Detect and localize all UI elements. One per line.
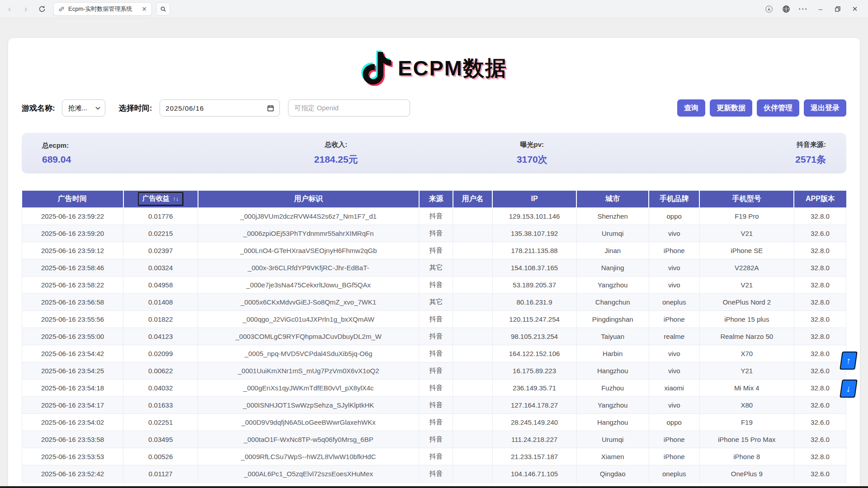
header-app-version: APP版本 xyxy=(794,191,846,207)
search-button[interactable] xyxy=(156,2,170,16)
table-cell: 32.8.0 xyxy=(794,328,846,345)
address-tab[interactable]: Ecpm-实时数据管理系统 ✕ xyxy=(53,2,152,16)
update-data-button[interactable]: 更新数据 xyxy=(710,99,752,117)
back-icon[interactable]: ‹ xyxy=(3,2,16,16)
table-cell: vivo xyxy=(649,362,699,379)
header-phone-model: 手机型号 xyxy=(699,191,794,207)
table-cell: 0.02215 xyxy=(123,225,198,242)
table-cell: 120.115.247.254 xyxy=(492,310,576,328)
table-cell xyxy=(453,448,492,465)
bottom-scrollbar[interactable] xyxy=(0,486,868,488)
table-row: 2025-06-16 23:56:580.01408_0005x6CKxMdvv… xyxy=(22,293,846,310)
table-header-row: 广告时间 广告收益 ↑↓ 用户标识 来源 用户名 IP 城市 手机品牌 xyxy=(22,191,846,207)
table-cell xyxy=(453,396,492,413)
table-cell: 2025-06-16 23:54:18 xyxy=(22,379,123,396)
table-cell: 32.8.0 xyxy=(794,345,846,362)
table-cell: 0.04958 xyxy=(123,276,198,293)
query-button[interactable]: 查询 xyxy=(677,99,705,117)
table-row: 2025-06-16 23:59:200.02215_0006zpiOEj53P… xyxy=(22,225,846,242)
game-name-label: 游戏名称: xyxy=(22,103,55,113)
table-cell: 0.04123 xyxy=(123,328,198,345)
filter-row: 游戏名称: 抢滩... 选择时间: 2025/06/16 可指定 Openid … xyxy=(8,99,860,117)
header-ad-revenue[interactable]: 广告收益 ↑↓ xyxy=(123,191,198,207)
table-cell: 2025-06-16 23:53:53 xyxy=(22,448,123,465)
table-cell: 抖音 xyxy=(419,362,453,379)
game-select-value: 抢滩... xyxy=(68,104,88,113)
window-close-icon[interactable]: ✕ xyxy=(848,2,862,16)
table-cell: X80 xyxy=(699,396,794,413)
table-cell: 32.6.0 xyxy=(794,396,846,413)
table-cell: 2025-06-16 23:56:58 xyxy=(22,293,123,310)
header-phone-brand: 手机品牌 xyxy=(649,191,699,207)
table-row: 2025-06-16 23:58:220.04958_000e7je3sNa47… xyxy=(22,276,846,293)
globe-icon[interactable] xyxy=(779,2,793,16)
table-cell: oppo xyxy=(649,413,699,431)
chevron-down-icon xyxy=(95,107,100,110)
page-background: ECPM数据 游戏名称: 抢滩... 选择时间: 2025/06/16 可指定 … xyxy=(0,18,868,488)
header-source: 来源 xyxy=(419,191,453,207)
scroll-to-top-button[interactable]: ↑ xyxy=(840,352,858,370)
tab-close-icon[interactable]: ✕ xyxy=(142,5,147,13)
scroll-to-bottom-button[interactable]: ↓ xyxy=(840,380,858,398)
table-cell xyxy=(453,276,492,293)
table-cell xyxy=(453,207,492,225)
table-row: 2025-06-16 23:55:560.01822_000qgo_J2ViGc… xyxy=(22,310,846,328)
data-table: 广告时间 广告收益 ↑↓ 用户标识 来源 用户名 IP 城市 手机品牌 xyxy=(22,191,846,483)
table-cell xyxy=(453,379,492,396)
table-cell: 32.8.0 xyxy=(794,276,846,293)
table-cell: 0.01776 xyxy=(123,207,198,225)
partner-manage-button[interactable]: 伙伴管理 xyxy=(757,99,799,117)
download-icon[interactable] xyxy=(762,2,776,16)
table-cell: 21.233.157.187 xyxy=(492,448,576,465)
table-cell: 0.00622 xyxy=(123,362,198,379)
restore-icon[interactable] xyxy=(831,2,844,16)
minimize-icon[interactable]: – xyxy=(814,2,827,16)
table-cell: 129.153.101.146 xyxy=(492,207,576,225)
logout-button[interactable]: 退出登录 xyxy=(804,99,846,117)
calendar-icon xyxy=(267,105,274,112)
table-cell xyxy=(453,328,492,345)
table-cell: Mi Mix 4 xyxy=(699,379,794,396)
table-cell: 其它 xyxy=(419,259,453,276)
table-cell: iPhone SE xyxy=(699,242,794,259)
table-cell: _000jJ8VUm2dczRVW44S2s6z7_Nm1F7_d1 xyxy=(198,207,419,225)
table-row: 2025-06-16 23:58:460.00324_000x-3r6CLRfd… xyxy=(22,259,846,276)
refresh-icon[interactable] xyxy=(35,2,49,16)
table-cell: Y21 xyxy=(699,362,794,379)
openid-input[interactable]: 可指定 Openid xyxy=(288,99,410,117)
table-cell xyxy=(453,259,492,276)
game-select[interactable]: 抢滩... xyxy=(62,99,105,117)
table-cell: _000gEnXs1qyJWKmTdfEB0vVl_pX8ylX4c xyxy=(198,379,419,396)
table-cell: 0.03495 xyxy=(123,431,198,448)
table-cell: _000x-3r6CLRfdYP9VKfjRC-Jhr-EdBaT- xyxy=(198,259,419,276)
search-icon xyxy=(160,6,166,12)
table-cell: 抖音 xyxy=(419,431,453,448)
table-cell: Urumqi xyxy=(576,225,649,242)
table-cell: realme xyxy=(649,328,699,345)
table-cell: Urumqi xyxy=(576,431,649,448)
date-input[interactable]: 2025/06/16 xyxy=(160,99,280,117)
app-logo: ECPM数据 xyxy=(8,38,860,89)
header-ad-time: 广告时间 xyxy=(22,191,123,207)
stat-exposure-pv: 曝光pv: 3170次 xyxy=(434,141,630,166)
sort-revenue-button[interactable]: 广告收益 ↑↓ xyxy=(138,192,183,206)
table-cell: 0.01408 xyxy=(123,293,198,310)
table-cell: 2025-06-16 23:54:17 xyxy=(22,396,123,413)
table-cell: oneplus xyxy=(649,293,699,310)
table-cell: 135.38.107.192 xyxy=(492,225,576,242)
table-cell: 其它 xyxy=(419,293,453,310)
table-cell: 111.24.218.227 xyxy=(492,431,576,448)
table-cell: xiaomi xyxy=(649,379,699,396)
forward-icon[interactable]: › xyxy=(19,2,33,16)
table-cell: _000ISNHJOT1SwWzpSehza_SJylKlptkHK xyxy=(198,396,419,413)
stat-total-income: 总收入: 2184.25元 xyxy=(238,141,434,166)
table-cell: 2025-06-16 23:58:22 xyxy=(22,276,123,293)
menu-icon[interactable]: ··· xyxy=(797,2,810,16)
table-cell: F19 xyxy=(699,413,794,431)
table-body: 2025-06-16 23:59:220.01776_000jJ8VUm2dcz… xyxy=(22,207,846,482)
table-cell xyxy=(453,242,492,259)
date-value: 2025/06/16 xyxy=(165,104,204,112)
stat-total-ecpm: 总ecpm: 689.04 xyxy=(42,141,238,165)
browser-bar: ‹ › Ecpm-实时数据管理系统 ✕ ··· – xyxy=(0,0,868,18)
table-cell: _0003COMLgC9RYFQhpmaJCuvDbuyDL2m_W xyxy=(198,328,419,345)
